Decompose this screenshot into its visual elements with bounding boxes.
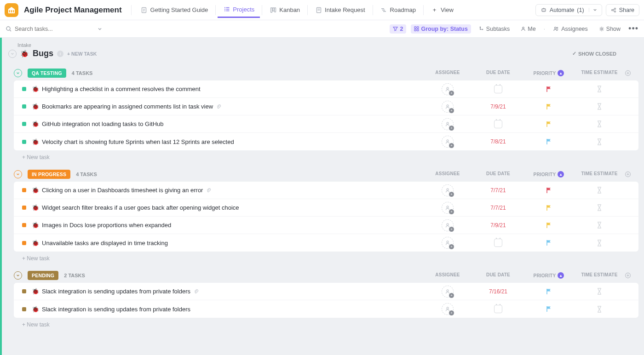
task-row[interactable]: 🐞 Bookmarks are appearing in assigned co… <box>14 98 638 115</box>
automate-button[interactable]: Automate (1) <box>535 4 602 16</box>
due-date-placeholder[interactable] <box>494 305 502 313</box>
task-title[interactable]: 🐞 Clicking on a user in Dashboards times… <box>32 187 422 194</box>
chevron-down-icon[interactable] <box>589 8 597 12</box>
col-priority[interactable]: PRIORITY▲ <box>523 272 574 279</box>
priority-flag-icon[interactable] <box>546 306 552 312</box>
col-priority[interactable]: PRIORITY▲ <box>523 171 574 178</box>
time-estimate-icon[interactable] <box>597 138 602 145</box>
assignee-placeholder[interactable] <box>442 202 454 214</box>
status-square-icon[interactable] <box>22 206 26 210</box>
col-due-date[interactable]: DUE DATE <box>473 70 523 76</box>
new-task-link[interactable]: + NEW TASK <box>67 51 97 57</box>
col-time-estimate[interactable]: TIME ESTIMATE <box>574 70 625 76</box>
due-date[interactable]: 7/16/21 <box>489 288 507 295</box>
col-due-date[interactable]: DUE DATE <box>473 272 523 279</box>
priority-flag-icon[interactable] <box>546 205 552 211</box>
chevron-down-icon[interactable] <box>98 27 102 31</box>
task-title[interactable]: 🐞 GitHub integration not loading tasks t… <box>32 120 422 127</box>
subtasks-filter[interactable]: Subtasks <box>476 24 513 34</box>
status-pill[interactable]: QA TESTING <box>28 69 66 78</box>
due-date[interactable]: 7/7/21 <box>490 205 506 211</box>
task-row[interactable]: 🐞 GitHub integration not loading tasks t… <box>14 115 638 133</box>
status-square-icon[interactable] <box>22 122 26 126</box>
sort-asc-icon[interactable]: ▲ <box>558 171 564 178</box>
status-square-icon[interactable] <box>22 140 26 144</box>
due-date[interactable]: 7/8/21 <box>490 138 506 145</box>
collapse-list-icon[interactable] <box>8 50 17 58</box>
time-estimate-icon[interactable] <box>597 240 602 246</box>
show-closed-toggle[interactable]: ✓ SHOW CLOSED <box>572 51 616 57</box>
task-row[interactable]: 🐞 Widget search filter breaks if a user … <box>14 199 638 217</box>
task-row[interactable]: 🐞 Highlighting a checklist in a comment … <box>14 80 638 98</box>
attachment-icon[interactable] <box>216 104 221 109</box>
status-square-icon[interactable] <box>22 87 26 91</box>
search-input[interactable] <box>15 26 95 32</box>
assignee-placeholder[interactable] <box>442 101 454 113</box>
priority-flag-icon[interactable] <box>546 288 552 295</box>
time-estimate-icon[interactable] <box>597 222 602 229</box>
col-time-estimate[interactable]: TIME ESTIMATE <box>574 171 625 178</box>
add-column-button[interactable] <box>625 70 638 76</box>
group-by-chip[interactable]: Group by: Status <box>411 24 471 34</box>
priority-flag-icon[interactable] <box>546 121 552 127</box>
time-estimate-icon[interactable] <box>597 288 602 295</box>
info-icon[interactable]: i <box>57 51 63 57</box>
collapse-group-icon[interactable] <box>14 69 22 77</box>
task-title[interactable]: 🐞 Unavailable tasks are displayed in tim… <box>32 240 422 246</box>
task-row[interactable]: 🐞 Unavailable tasks are displayed in tim… <box>14 234 638 252</box>
assignee-placeholder[interactable] <box>442 286 454 298</box>
priority-flag-icon[interactable] <box>546 187 552 194</box>
due-date-placeholder[interactable] <box>494 85 502 93</box>
time-estimate-icon[interactable] <box>597 103 602 110</box>
collapse-group-icon[interactable] <box>14 170 22 178</box>
status-square-icon[interactable] <box>22 241 26 245</box>
tab-roadmap[interactable]: Roadmap <box>375 3 421 17</box>
status-square-icon[interactable] <box>22 223 26 227</box>
assignee-placeholder[interactable] <box>442 136 454 148</box>
priority-flag-icon[interactable] <box>546 103 552 110</box>
task-row[interactable]: 🐞 Velocity chart is showing future Sprin… <box>14 133 638 150</box>
status-square-icon[interactable] <box>22 104 26 109</box>
col-time-estimate[interactable]: TIME ESTIMATE <box>574 272 625 279</box>
sort-asc-icon[interactable]: ▲ <box>558 272 564 279</box>
time-estimate-icon[interactable] <box>597 120 602 127</box>
new-task-row[interactable]: + New task <box>14 252 638 262</box>
tab-intake-request[interactable]: Intake Request <box>310 3 370 17</box>
task-title[interactable]: 🐞 Widget search filter breaks if a user … <box>32 204 422 211</box>
task-title[interactable]: 🐞 Slack integration is sending updates f… <box>32 306 422 313</box>
assignee-placeholder[interactable] <box>442 83 454 95</box>
task-title[interactable]: 🐞 Velocity chart is showing future Sprin… <box>32 138 422 145</box>
assignees-filter[interactable]: Assignees <box>550 24 591 34</box>
time-estimate-icon[interactable] <box>597 86 602 92</box>
status-square-icon[interactable] <box>22 188 26 192</box>
assignee-placeholder[interactable] <box>442 118 454 130</box>
priority-flag-icon[interactable] <box>546 240 552 246</box>
task-title[interactable]: 🐞 Slack integration is sending updates f… <box>32 288 422 295</box>
collapse-group-icon[interactable] <box>14 271 22 280</box>
status-square-icon[interactable] <box>22 307 26 311</box>
task-title[interactable]: 🐞 Images in Docs lose proportions when e… <box>32 222 422 229</box>
due-date[interactable]: 7/9/21 <box>490 222 506 229</box>
status-pill[interactable]: IN PROGRESS <box>28 170 70 179</box>
me-filter[interactable]: Me <box>518 24 539 34</box>
attachment-icon[interactable] <box>206 188 211 193</box>
time-estimate-icon[interactable] <box>597 306 602 313</box>
share-button[interactable]: Share <box>606 4 639 16</box>
assignee-placeholder[interactable] <box>442 184 454 196</box>
due-date-placeholder[interactable] <box>494 239 502 247</box>
due-date[interactable]: 7/7/21 <box>490 187 506 194</box>
assignee-placeholder[interactable] <box>442 237 454 249</box>
show-filter[interactable]: Show <box>596 24 624 34</box>
list-title[interactable]: Bugs <box>33 49 53 58</box>
more-menu[interactable]: ••• <box>628 24 638 34</box>
new-task-row[interactable]: + New task <box>14 150 638 160</box>
col-due-date[interactable]: DUE DATE <box>473 171 523 178</box>
search-wrap[interactable] <box>6 26 102 32</box>
new-task-row[interactable]: + New task <box>14 318 638 328</box>
breadcrumb[interactable]: Intake <box>2 40 644 48</box>
sort-asc-icon[interactable]: ▲ <box>558 70 564 76</box>
priority-flag-icon[interactable] <box>546 138 552 145</box>
task-row[interactable]: 🐞 Images in Docs lose proportions when e… <box>14 217 638 234</box>
priority-flag-icon[interactable] <box>546 222 552 229</box>
due-date[interactable]: 7/9/21 <box>490 103 506 110</box>
